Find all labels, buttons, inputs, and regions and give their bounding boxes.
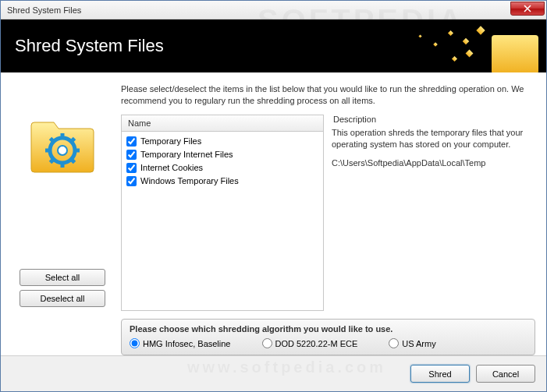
content-area: Please select/deselect the items in the … [1, 72, 546, 355]
left-column: Select all Deselect all [12, 115, 113, 311]
description-body: This operation shreds the temporary file… [332, 127, 535, 311]
algorithm-radio[interactable] [262, 338, 272, 348]
shred-button[interactable]: Shred [410, 365, 470, 383]
list-item[interactable]: Temporary Internet Files [126, 148, 318, 161]
algorithm-radio[interactable] [130, 338, 140, 348]
item-checkbox[interactable] [126, 136, 137, 147]
item-checkbox[interactable] [126, 163, 137, 173]
description-label: Description [332, 115, 535, 124]
close-button[interactable] [510, 2, 545, 16]
algorithm-title: Please choose which shredding algorithm … [130, 324, 527, 334]
description-text: This operation shreds the temporary file… [332, 127, 535, 150]
description-path: C:\Users\Softpedia\AppData\Local\Temp [332, 157, 535, 169]
algorithm-option[interactable]: DOD 5220.22-M ECE [262, 338, 358, 348]
folder-gear-icon [27, 115, 98, 175]
algorithm-label: HMG Infosec, Baseline [143, 339, 231, 348]
item-label: Temporary Files [140, 136, 201, 146]
algorithm-group: Please choose which shredding algorithm … [121, 319, 535, 355]
items-list: Name Temporary Files Temporary Internet … [121, 115, 324, 311]
item-label: Windows Temporary Files [140, 176, 239, 185]
header-graphic [390, 19, 546, 72]
window-title: Shred System Files [4, 5, 81, 15]
item-checkbox[interactable] [126, 150, 137, 160]
instruction-text: Please select/deselect the items in the … [121, 83, 535, 107]
item-label: Internet Cookies [140, 163, 203, 172]
svg-point-9 [58, 146, 67, 155]
footer: Shred Cancel [1, 355, 546, 391]
algorithm-label: US Army [402, 339, 435, 348]
list-item[interactable]: Temporary Files [126, 135, 318, 148]
close-icon [524, 5, 531, 12]
algorithm-radio[interactable] [389, 338, 399, 348]
item-label: Temporary Internet Files [140, 150, 233, 159]
algorithm-option[interactable]: US Army [389, 338, 435, 348]
deselect-all-button[interactable]: Deselect all [20, 290, 105, 307]
titlebar: Shred System Files [1, 1, 546, 19]
list-item[interactable]: Windows Temporary Files [126, 175, 318, 188]
algorithm-option[interactable]: HMG Infosec, Baseline [130, 338, 231, 348]
description-column: Description This operation shreds the te… [332, 115, 535, 311]
algorithm-label: DOD 5220.22-M ECE [275, 339, 358, 348]
cancel-button[interactable]: Cancel [476, 365, 535, 383]
header-band: Shred System Files [1, 19, 546, 72]
list-column-header[interactable]: Name [121, 115, 324, 132]
list-body: Temporary Files Temporary Internet Files… [121, 132, 324, 311]
header-title: Shred System Files [15, 36, 164, 56]
list-item[interactable]: Internet Cookies [126, 161, 318, 175]
item-checkbox[interactable] [126, 176, 137, 186]
select-all-button[interactable]: Select all [20, 269, 105, 286]
